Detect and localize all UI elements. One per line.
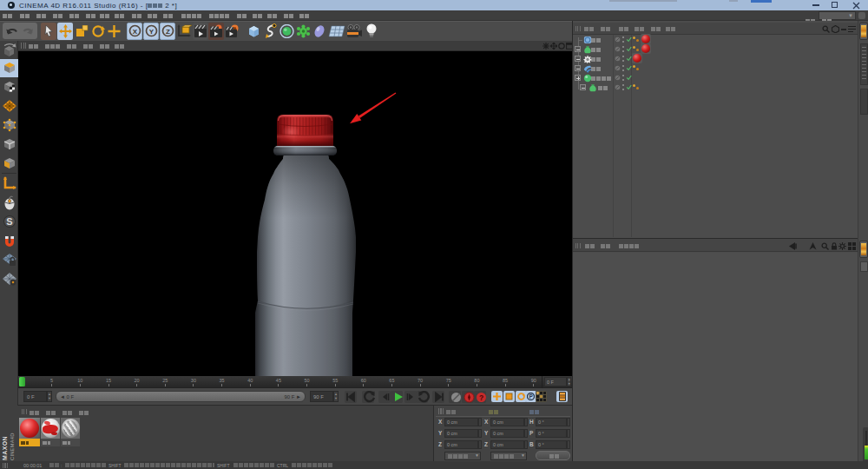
svg-text:Z: Z (166, 28, 170, 36)
svg-text:Y: Y (149, 28, 155, 36)
svg-text:S: S (6, 216, 12, 227)
svg-text:P: P (529, 393, 534, 400)
svg-text:X: X (133, 28, 138, 36)
svg-text:?: ? (479, 393, 483, 402)
